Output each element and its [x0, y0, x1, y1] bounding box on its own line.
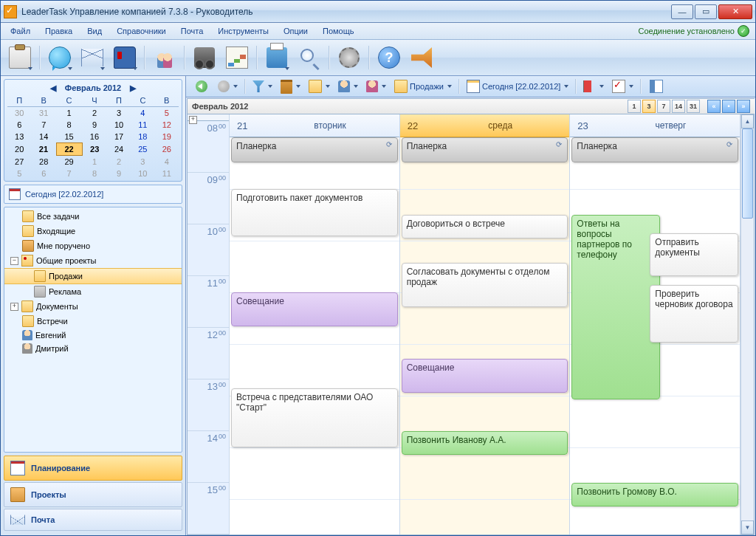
nav-back[interactable]	[190, 78, 213, 95]
calendar-event[interactable]: Позвонить Иванову А.А.	[402, 431, 568, 455]
filter-project-sel[interactable]: Продажи	[391, 78, 455, 95]
menu-edit[interactable]: Правка	[38, 24, 79, 38]
cal-prev[interactable]: ◀	[47, 83, 59, 93]
calendar-grid[interactable]: ПВСЧПСВ303112345678910111213141516171819…	[7, 95, 179, 179]
cal-day[interactable]: 19	[155, 131, 179, 143]
filter-folder[interactable]	[306, 78, 333, 95]
filter-group[interactable]	[363, 78, 389, 95]
calendar-event[interactable]: Договориться о встрече	[402, 215, 568, 238]
cal-day[interactable]: 8	[56, 119, 82, 131]
cal-day[interactable]: 21	[31, 143, 56, 156]
menu-refs[interactable]: Справочники	[110, 24, 173, 38]
menu-file[interactable]: Файл	[4, 24, 37, 38]
today-link[interactable]: Сегодня [22.02.2012]	[4, 185, 182, 204]
cal-day[interactable]: 23	[82, 143, 107, 156]
cal-scroll-left[interactable]: «	[707, 100, 721, 113]
tree-user-dmitriy[interactable]: Дмитрий	[4, 342, 182, 355]
cal-day[interactable]: 1	[56, 107, 82, 120]
cal-day[interactable]: 10	[131, 168, 154, 179]
tree-sales[interactable]: Продажи	[4, 268, 182, 284]
filter-today[interactable]: Сегодня [22.02.2012]	[464, 78, 571, 95]
calendar-event[interactable]: Планерка⟳	[402, 137, 568, 162]
cal-day[interactable]: 30	[7, 107, 31, 120]
calendar-event[interactable]: Совещание	[231, 292, 398, 326]
cal-day[interactable]: 22	[56, 143, 82, 156]
expander[interactable]: −	[10, 257, 18, 265]
nav-planning[interactable]: Планирование	[4, 456, 182, 481]
cal-day[interactable]: 7	[31, 119, 56, 131]
calendar-event[interactable]: Согласовать документы с отделом продаж	[402, 263, 568, 307]
cal-day[interactable]: 11	[155, 168, 179, 179]
view-3day[interactable]: 3	[642, 100, 656, 113]
scroll-thumb[interactable]	[742, 128, 753, 219]
settings-button[interactable]	[334, 43, 364, 72]
calendar-event[interactable]: Ответы на вопросы партнеров по телефону	[571, 215, 660, 399]
tree-inbox[interactable]: Входящие	[4, 224, 182, 238]
day-header[interactable]: 21вторник	[230, 114, 399, 137]
menu-tools[interactable]: Инструменты	[211, 24, 275, 38]
view-1day[interactable]: 1	[628, 100, 641, 113]
tree-docs[interactable]: +Документы	[4, 299, 182, 314]
nav-mail[interactable]: Почта	[4, 509, 182, 531]
users-button[interactable]	[150, 43, 179, 72]
minimize-button[interactable]: —	[671, 4, 693, 19]
view-14day[interactable]: 14	[672, 100, 685, 113]
cal-day[interactable]: 7	[56, 168, 82, 179]
cal-day[interactable]: 27	[7, 156, 31, 168]
cal-day[interactable]: 17	[107, 131, 131, 143]
close-button[interactable]: ✕	[718, 4, 752, 19]
cal-scroll-right[interactable]: »	[737, 100, 750, 113]
vertical-scrollbar[interactable]: ▲ ▼	[740, 114, 754, 535]
cal-day[interactable]: 1	[82, 156, 107, 168]
cal-day[interactable]: 9	[107, 168, 131, 179]
calendar-event[interactable]: Проверить черновик договора	[650, 285, 738, 343]
maximize-button[interactable]: ▭	[695, 4, 717, 19]
nav-projects[interactable]: Проекты	[4, 482, 182, 507]
mailbox-button[interactable]	[110, 43, 140, 72]
day-grid[interactable]: Планерка⟳Подготовить пакет документовСов…	[230, 137, 399, 535]
cal-day[interactable]: 2	[82, 107, 107, 120]
day-grid[interactable]: Планерка⟳Договориться о встречеСогласова…	[400, 137, 570, 535]
preview-button[interactable]	[295, 43, 324, 72]
print-button[interactable]	[262, 43, 292, 72]
cal-day[interactable]: 28	[31, 156, 56, 168]
expand-allday[interactable]: +	[189, 116, 197, 124]
filter-funnel[interactable]	[250, 78, 275, 95]
expander[interactable]: +	[10, 303, 18, 311]
calendar-event[interactable]: Планерка⟳	[571, 137, 738, 162]
tree-meetings[interactable]: Встречи	[4, 314, 182, 329]
cal-day[interactable]: 3	[107, 107, 131, 120]
nav-forward[interactable]	[215, 78, 241, 95]
cal-day[interactable]: 10	[107, 119, 131, 131]
tree-all-tasks[interactable]: Все задачи	[4, 209, 182, 224]
view-31day[interactable]: 31	[687, 100, 700, 113]
cal-day[interactable]: 2	[107, 156, 131, 168]
cal-today[interactable]: •	[722, 100, 735, 113]
cal-day[interactable]: 14	[31, 131, 56, 143]
calendar-event[interactable]: Позвонить Громову В.О.	[571, 483, 738, 506]
menu-view[interactable]: Вид	[80, 24, 109, 38]
cal-day[interactable]: 29	[56, 156, 82, 168]
mail-button[interactable]	[78, 43, 107, 72]
cal-day[interactable]: 25	[131, 143, 154, 156]
day-grid[interactable]: Планерка⟳Ответы на вопросы партнеров по …	[570, 137, 740, 535]
help-button[interactable]	[374, 43, 404, 72]
scroll-up[interactable]: ▲	[741, 114, 754, 128]
tree-ads[interactable]: Реклама	[4, 284, 182, 299]
cal-day[interactable]: 18	[131, 131, 154, 143]
cal-day[interactable]: 3	[131, 156, 154, 168]
cal-day[interactable]: 5	[7, 168, 31, 179]
day-header[interactable]: 23четверг	[570, 114, 740, 137]
cal-day[interactable]: 8	[82, 168, 107, 179]
cal-next[interactable]: ▶	[127, 83, 139, 93]
cal-day[interactable]: 12	[155, 119, 179, 131]
calendar-event[interactable]: Отправить документы	[650, 233, 738, 276]
announce-button[interactable]	[407, 43, 436, 72]
tree-user-evgeniy[interactable]: Евгений	[4, 329, 182, 342]
tree-common-projects[interactable]: −Общие проекты	[4, 253, 182, 268]
chart-button[interactable]	[222, 43, 252, 72]
scroll-down[interactable]: ▼	[741, 520, 754, 535]
menu-mail[interactable]: Почта	[174, 24, 210, 38]
calendar-event[interactable]: Встреча с представителями ОАО "Старт"	[231, 388, 398, 447]
cal-day[interactable]: 6	[31, 168, 56, 179]
